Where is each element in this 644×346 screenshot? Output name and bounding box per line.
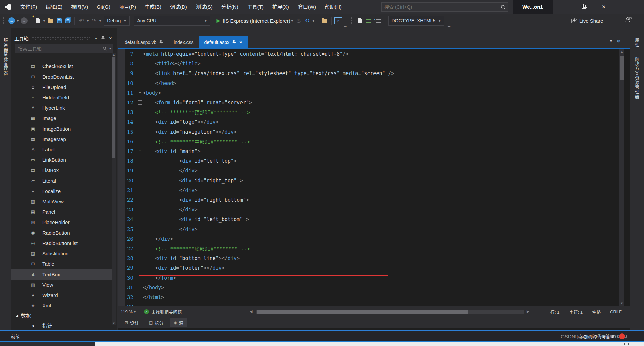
toolbox-search-box[interactable]: ▾ bbox=[15, 44, 113, 53]
eol-indicator[interactable]: CRLF bbox=[610, 309, 622, 314]
menu-item[interactable]: 帮助(H) bbox=[320, 4, 346, 10]
scroll-right-icon[interactable]: ▶ bbox=[527, 309, 529, 314]
code-line-10[interactable]: 10 </head> bbox=[118, 78, 618, 88]
editor-horizontal-scrollbar[interactable] bbox=[256, 310, 524, 314]
toolbox-scrollbar-thumb[interactable] bbox=[112, 57, 115, 158]
hot-reload-icon[interactable]: ♨ bbox=[294, 16, 303, 26]
tab-list-chevron-icon[interactable]: ▾ bbox=[610, 39, 612, 43]
back-dropdown-icon[interactable]: ▾ bbox=[17, 19, 19, 23]
menu-item[interactable]: Git(G) bbox=[92, 4, 115, 10]
toolbox-item-wizard[interactable]: ★Wizard bbox=[11, 290, 112, 300]
scroll-down-icon[interactable]: ▼ bbox=[619, 302, 624, 305]
document-outline-button[interactable] bbox=[355, 16, 364, 26]
code-line-32[interactable]: 32</html> bbox=[118, 292, 618, 302]
fold-margin[interactable]: − bbox=[137, 91, 143, 95]
health-check-icon[interactable]: ✓ bbox=[144, 309, 149, 314]
live-share-button[interactable]: Live Share bbox=[570, 14, 603, 28]
menu-item[interactable]: 测试(S) bbox=[192, 4, 217, 10]
solution-configuration-dropdown[interactable]: Debug▾ bbox=[104, 16, 130, 26]
collapse-region-icon[interactable]: − bbox=[138, 100, 142, 105]
search-icon[interactable] bbox=[501, 5, 506, 10]
search-options-icon[interactable]: ▾ bbox=[109, 47, 111, 50]
toolbox-header[interactable]: 工具箱 ▾ ✕ bbox=[14, 34, 114, 43]
pin-icon[interactable] bbox=[101, 36, 105, 41]
toolbox-item-imagemap[interactable]: ▦ImageMap bbox=[11, 134, 112, 144]
toolbox-item-literal[interactable]: ▱Literal bbox=[11, 176, 112, 186]
find-in-files-button[interactable] bbox=[320, 16, 329, 26]
close-panel-icon[interactable]: ✕ bbox=[109, 36, 112, 41]
sidebar-tab-solution-explorer[interactable]: 解决方案资源管理器 bbox=[634, 57, 640, 99]
tab-default-aspx-vb[interactable]: default.aspx.vb bbox=[119, 36, 168, 48]
quick-search-box[interactable] bbox=[381, 2, 508, 12]
toolbox-scrollbar[interactable]: ▲ ▼ bbox=[112, 53, 116, 325]
toolbox-item-localize[interactable]: ∗Localize bbox=[11, 186, 112, 196]
chevron-down-icon[interactable]: ▾ bbox=[95, 36, 97, 41]
close-tab-icon[interactable]: ✕ bbox=[239, 40, 243, 45]
refresh-button[interactable]: ↻ bbox=[303, 16, 312, 26]
format-document-button[interactable] bbox=[364, 16, 373, 26]
spaces-indicator[interactable]: 空格 bbox=[592, 309, 601, 315]
toolbox-item-fileupload[interactable]: ↥FileUpload bbox=[11, 82, 112, 92]
pin-icon[interactable] bbox=[232, 40, 236, 44]
collapse-region-icon[interactable]: − bbox=[138, 91, 142, 95]
menu-item[interactable]: 项目(P) bbox=[115, 4, 140, 10]
open-file-button[interactable] bbox=[46, 16, 55, 26]
toolbox-item-linkbutton[interactable]: ▭LinkButton bbox=[11, 155, 112, 165]
code-line-9[interactable]: 9 <link href="./css/index.css" rel="styl… bbox=[118, 68, 618, 78]
toolbox-item-hiddenfield[interactable]: ▫HiddenField bbox=[11, 92, 112, 103]
start-debugging-button[interactable]: ▶IIS Express (Internet Explorer) bbox=[216, 16, 290, 26]
code-line-31[interactable]: 31</body> bbox=[118, 283, 618, 292]
close-window-button[interactable]: ✕ bbox=[594, 0, 613, 14]
toolbox-item-radiobuttonlist[interactable]: ◎RadioButtonList bbox=[11, 238, 112, 248]
toolbox-item-textbox[interactable]: abTextBox bbox=[11, 269, 112, 280]
redo-dropdown-icon[interactable]: ▾ bbox=[99, 19, 101, 23]
toolbox-item-label[interactable]: ALabel bbox=[11, 144, 112, 155]
toolbox-item-dropdownlist[interactable]: ⊟DropDownList bbox=[11, 71, 112, 82]
toolbox-item-view[interactable]: ▥View bbox=[11, 280, 112, 290]
tab-default-aspx[interactable]: default.aspx ✕ bbox=[199, 36, 248, 48]
toolbox-item-listbox[interactable]: ▤ListBox bbox=[11, 165, 112, 176]
minimize-button[interactable] bbox=[553, 0, 572, 14]
run-dropdown-icon[interactable]: ▾ bbox=[291, 19, 293, 23]
code-line-11[interactable]: 11−<body> bbox=[118, 88, 618, 98]
editor-options-icon[interactable]: ⊕ bbox=[617, 39, 620, 43]
menu-item[interactable]: 视图(V) bbox=[67, 4, 92, 10]
toolbox-item-checkboxlist[interactable]: ▤CheckBoxList bbox=[11, 61, 112, 71]
toolbar-grip[interactable] bbox=[351, 16, 353, 25]
sidebar-tab-server-explorer[interactable]: 服务器资源管理器 bbox=[2, 38, 9, 76]
navigate-back-button[interactable]: ← bbox=[7, 16, 16, 26]
scroll-left-icon[interactable]: ◀ bbox=[250, 309, 252, 314]
fold-margin[interactable]: − bbox=[137, 100, 143, 105]
menu-item[interactable]: 窗口(W) bbox=[293, 4, 320, 10]
scroll-up-icon[interactable]: ▲ bbox=[619, 50, 624, 53]
toolbox-item-hyperlink[interactable]: AHyperLink bbox=[11, 103, 112, 113]
horizontal-scrollbar-thumb[interactable] bbox=[257, 310, 468, 314]
toolbox-item-panel[interactable]: ▦Panel bbox=[11, 207, 112, 217]
toolbox-item-pointer[interactable]: ▲指针 bbox=[11, 320, 112, 331]
new-file-button[interactable]: ✶ bbox=[34, 16, 42, 26]
menu-item[interactable]: 编辑(E) bbox=[41, 4, 67, 10]
sidebar-tab-properties[interactable]: 属性 bbox=[634, 38, 640, 47]
view-tab-source[interactable]: ◈ 源 bbox=[170, 318, 187, 327]
editor-vertical-scrollbar[interactable]: ▲ ▼ bbox=[619, 49, 624, 306]
toolbox-item-table[interactable]: ⊞Table bbox=[11, 259, 112, 269]
doctype-dropdown[interactable]: DOCTYPE: XHTML5▾ bbox=[388, 16, 444, 26]
menu-item[interactable]: 调试(D) bbox=[166, 4, 192, 10]
toolbar-grip[interactable] bbox=[3, 16, 5, 25]
code-line-8[interactable]: 8 <title></title> bbox=[118, 59, 618, 68]
toolbox-item-placeholder[interactable]: ⊠PlaceHolder bbox=[11, 217, 112, 228]
tab-index-css[interactable]: index.css bbox=[168, 36, 199, 48]
solution-platform-dropdown[interactable]: Any CPU▾ bbox=[134, 16, 210, 26]
zoom-level-dropdown[interactable]: 119 % ▾ bbox=[121, 309, 137, 314]
editor-scrollbar-thumb[interactable] bbox=[620, 56, 624, 80]
scroll-up-icon[interactable]: ▲ bbox=[112, 53, 116, 56]
code-line-7[interactable]: 7<meta http-equiv="Content-Type" content… bbox=[118, 49, 618, 59]
view-tab-split[interactable]: ◫ 拆分 bbox=[146, 318, 167, 327]
menu-item[interactable]: 工具(T) bbox=[243, 4, 268, 10]
refresh-dropdown-icon[interactable]: ▾ bbox=[313, 19, 314, 23]
search-input[interactable] bbox=[382, 4, 501, 10]
new-file-dropdown-icon[interactable]: ▾ bbox=[43, 19, 45, 23]
toolbox-item-image[interactable]: ▩Image bbox=[11, 113, 112, 123]
toolbox-section-data[interactable]: ◢数据 bbox=[11, 311, 112, 320]
toolbox-item-multiview[interactable]: ▥MultiView bbox=[11, 196, 112, 207]
